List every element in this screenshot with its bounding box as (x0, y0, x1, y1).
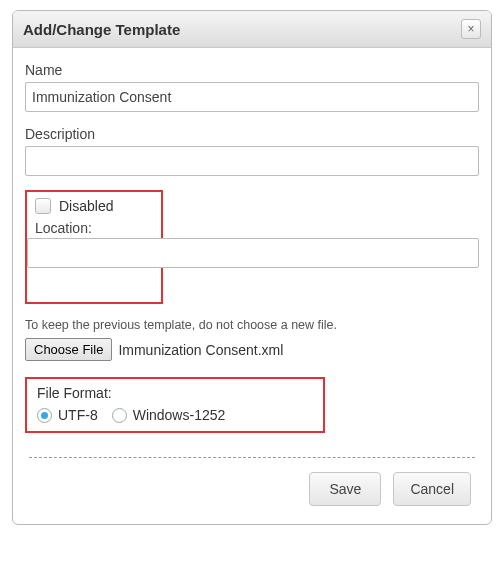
separator (29, 457, 475, 458)
disabled-row: Disabled (35, 198, 153, 214)
description-field[interactable] (25, 146, 479, 176)
dialog: Add/Change Template × Name Description D… (12, 10, 492, 525)
chosen-filename: Immunization Consent.xml (118, 342, 283, 358)
radio-option-windows1252[interactable]: Windows-1252 (112, 407, 226, 423)
cancel-button[interactable]: Cancel (393, 472, 471, 506)
choose-file-button[interactable]: Choose File (25, 338, 112, 361)
description-label: Description (25, 126, 479, 142)
dialog-titlebar: Add/Change Template × (13, 11, 491, 48)
file-format-highlight: File Format: UTF-8 Windows-1252 (25, 377, 325, 433)
file-format-options: UTF-8 Windows-1252 (37, 407, 313, 423)
disabled-location-highlight: Disabled Location: (25, 190, 163, 304)
close-icon[interactable]: × (461, 19, 481, 39)
button-row: Save Cancel (25, 472, 479, 514)
file-row: Choose File Immunization Consent.xml (25, 338, 479, 361)
location-input-wrap (35, 238, 153, 268)
file-format-label: File Format: (37, 385, 313, 401)
location-field[interactable] (27, 238, 479, 268)
dialog-content: Name Description Disabled Location: To k… (13, 48, 491, 524)
location-label: Location: (35, 220, 153, 236)
radio-label: UTF-8 (58, 407, 98, 423)
radio-icon (112, 408, 127, 423)
name-group: Name (25, 62, 479, 112)
disabled-label: Disabled (59, 198, 113, 214)
dialog-title: Add/Change Template (23, 21, 180, 38)
radio-label: Windows-1252 (133, 407, 226, 423)
file-hint: To keep the previous template, do not ch… (25, 318, 479, 332)
disabled-checkbox[interactable] (35, 198, 51, 214)
name-field[interactable] (25, 82, 479, 112)
save-button[interactable]: Save (309, 472, 381, 506)
radio-icon (37, 408, 52, 423)
radio-option-utf8[interactable]: UTF-8 (37, 407, 98, 423)
description-group: Description (25, 126, 479, 176)
name-label: Name (25, 62, 479, 78)
